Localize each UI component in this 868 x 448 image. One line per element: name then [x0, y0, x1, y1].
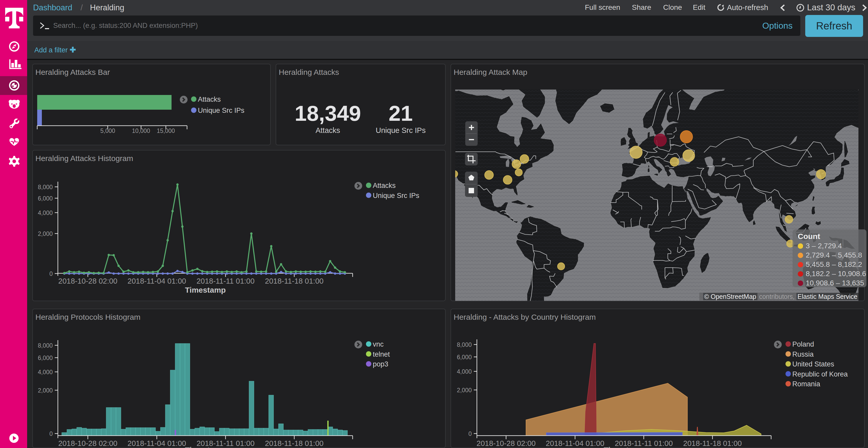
svg-text:2018-10-28 02:00: 2018-10-28 02:00: [58, 277, 118, 285]
svg-text:Poland: Poland: [792, 340, 814, 348]
svg-text:2018-11-04 01:00: 2018-11-04 01:00: [128, 277, 186, 285]
svg-text:vnc: vnc: [373, 340, 383, 348]
svg-text:2,000: 2,000: [457, 387, 472, 393]
svg-text:2018-10-28 02:00: 2018-10-28 02:00: [476, 439, 536, 447]
svg-text:2018-11-18 01:00: 2018-11-18 01:00: [683, 439, 742, 447]
svg-text:Attacks: Attacks: [373, 182, 396, 189]
svg-text:8,000: 8,000: [38, 342, 53, 349]
svg-text:15,000: 15,000: [157, 128, 175, 134]
svg-text:2,000: 2,000: [38, 231, 53, 237]
svg-text:10,000: 10,000: [132, 128, 150, 134]
svg-text:4,000: 4,000: [457, 368, 472, 375]
svg-text:2018-11-04 01:00: 2018-11-04 01:00: [546, 439, 604, 447]
svg-text:6,000: 6,000: [457, 354, 472, 360]
svg-text:2018-11-18 01:00: 2018-11-18 01:00: [265, 277, 324, 285]
svg-text:United States: United States: [792, 360, 834, 368]
svg-text:Attacks: Attacks: [198, 96, 221, 103]
svg-text:2,000: 2,000: [38, 387, 53, 394]
svg-text:pop3: pop3: [373, 360, 388, 368]
svg-text:4,000: 4,000: [38, 210, 53, 216]
svg-text:2018-11-11 01:00: 2018-11-11 01:00: [196, 277, 255, 285]
svg-text:0: 0: [49, 430, 53, 437]
svg-text:Timestamp: Timestamp: [185, 446, 226, 448]
svg-text:2018-10-28 02:00: 2018-10-28 02:00: [58, 439, 118, 447]
svg-text:4,000: 4,000: [38, 369, 53, 376]
svg-text:0: 0: [49, 271, 53, 277]
svg-text:telnet: telnet: [373, 350, 390, 358]
svg-text:Timestamp: Timestamp: [604, 446, 645, 448]
svg-text:6,000: 6,000: [38, 354, 53, 361]
svg-text:6,000: 6,000: [38, 195, 53, 202]
svg-text:Timestamp: Timestamp: [185, 286, 226, 294]
svg-text:0: 0: [468, 430, 472, 437]
svg-text:Russia: Russia: [792, 350, 814, 358]
svg-text:8,000: 8,000: [457, 341, 472, 348]
svg-text:8,000: 8,000: [38, 184, 53, 191]
svg-text:5,000: 5,000: [100, 128, 115, 134]
svg-text:2018-11-18 01:00: 2018-11-18 01:00: [265, 439, 324, 447]
svg-text:Unique Src IPs: Unique Src IPs: [198, 107, 244, 114]
svg-text:Republic of Korea: Republic of Korea: [792, 370, 848, 378]
svg-text:2018-11-04 01:00: 2018-11-04 01:00: [128, 439, 186, 447]
svg-text:Romania: Romania: [792, 380, 820, 388]
svg-text:Unique Src IPs: Unique Src IPs: [373, 192, 419, 200]
